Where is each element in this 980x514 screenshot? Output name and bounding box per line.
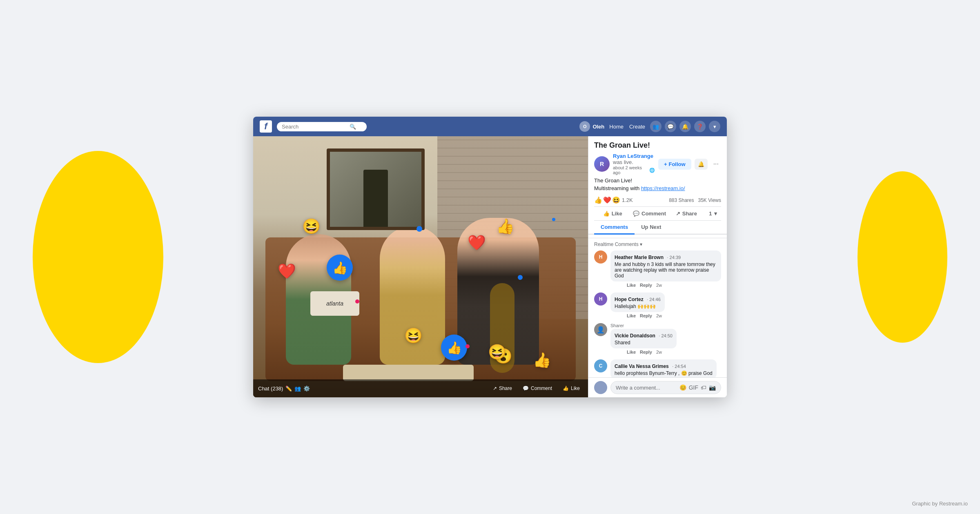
settings-icon: ⚙️ [303, 386, 310, 392]
attachment-icon[interactable]: 📷 [709, 384, 716, 391]
comment-content: Heather Marie Brown · 24:39 Me and hubby… [610, 250, 721, 288]
emoji-icon[interactable]: 😊 [679, 384, 686, 391]
comment-avatar: C [594, 359, 607, 372]
multistream-text: Multistreaming with https://restream.io/ [594, 185, 721, 191]
sharer-label: Sharer [610, 323, 677, 328]
comment-item: H Hope Cortez · 24:46 Hallelujah 🙌🙌🙌 Lik… [594, 292, 721, 318]
shares-views: 883 Shares 35K Views [669, 197, 721, 203]
comment-age: 2w [656, 313, 662, 318]
action-buttons-row: 👍 Like 💬 Comment ↗ Share 1 ▾ [594, 206, 721, 221]
add-people-icon: 👥 [294, 386, 301, 392]
comment-time: · 24:54 [672, 364, 686, 369]
comment-reply-btn[interactable]: Reply [640, 350, 652, 354]
help-icon[interactable]: ❓ [694, 121, 706, 132]
sticker-icon[interactable]: 🏷 [701, 384, 706, 391]
chevron-icon: ▾ [714, 210, 717, 217]
comment-placeholder: Write a comment... [616, 385, 660, 391]
comment-reply-btn[interactable]: Reply [640, 283, 652, 288]
nav-link-create[interactable]: Create [629, 124, 645, 130]
globe-icon: 🌐 [649, 168, 655, 173]
comment-like-btn[interactable]: Like [627, 283, 636, 288]
search-icon: 🔍 [350, 124, 356, 130]
reaction-thumbs-3: 👍 [496, 218, 514, 235]
nav-links: Home Create [609, 124, 645, 130]
notifications-icon[interactable]: 🔔 [679, 121, 691, 132]
comments-section: Realtime Comments ▾ H Heather Marie Brow… [588, 238, 727, 377]
comment-reply-btn[interactable]: Reply [640, 313, 652, 318]
messenger-icon[interactable]: 💬 [665, 121, 676, 132]
chat-icon: ✏️ [285, 386, 292, 392]
pillow: atlanta [310, 291, 359, 316]
comment-actions: Like Reply 2w [610, 283, 721, 288]
nav-icons: 👥 💬 🔔 ❓ ▾ [650, 121, 720, 132]
commenter-avatar [594, 381, 607, 394]
nav-user[interactable]: O Oleh [579, 121, 604, 132]
comment-text: Me and hubby n 3 kids will share tomrrow… [615, 261, 717, 279]
streamer-name: Ryan LeStrange was live. [613, 153, 655, 165]
reaction-heart: ❤️ [278, 263, 296, 280]
restream-link[interactable]: https://restream.io/ [641, 185, 685, 191]
comment-time: · 24:50 [659, 333, 673, 338]
nav-link-home[interactable]: Home [609, 124, 624, 130]
avatar: O [579, 121, 590, 132]
chevron-down-icon[interactable]: ▾ [709, 121, 720, 132]
streamer-avatar: R [594, 156, 610, 172]
search-input[interactable] [282, 124, 347, 130]
more-options-button[interactable]: ··· [711, 159, 721, 169]
comment-like-btn[interactable]: Like [627, 350, 636, 354]
gif-icon[interactable]: GIF [689, 384, 698, 391]
tab-comments[interactable]: Comments [594, 221, 635, 235]
comment-content: Callie Va Nessa Grimes · 24:54 hello pro… [610, 359, 717, 377]
reaction-haha-3: 😆 [488, 343, 506, 361]
facebook-logo: f [260, 120, 272, 133]
dot-blue-2 [518, 275, 523, 280]
reaction-emojis: 👍 ❤️ 😆 [594, 196, 620, 204]
streamer-info: Ryan LeStrange was live. about 2 weeks a… [613, 153, 655, 175]
comment-text: hello prophtess Bynum-Terry , 😊 praise G… [615, 370, 713, 376]
friends-icon[interactable]: 👥 [650, 121, 662, 132]
wall-picture [327, 148, 425, 230]
comment-time: · 24:46 [647, 297, 661, 302]
comment-avatar: H [594, 250, 607, 264]
comment-bubble: Callie Va Nessa Grimes · 24:54 hello pro… [610, 359, 717, 377]
comment-bubble-icon: 💬 [633, 210, 639, 217]
big-like-btn-2[interactable]: 👍 [441, 335, 467, 361]
reaction-heart-2: ❤️ [468, 234, 486, 251]
table [343, 365, 474, 381]
video-like-btn[interactable]: 👍 Like [559, 384, 583, 393]
comment-input-box[interactable]: Write a comment... 😊 GIF 🏷 📷 [610, 381, 721, 394]
realtime-label[interactable]: Realtime Comments ▾ [594, 241, 721, 247]
comment-bubble: Heather Marie Brown · 24:39 Me and hubby… [610, 250, 721, 281]
comment-avatar: 👤 [594, 323, 607, 336]
bg-shape-right [858, 171, 947, 343]
dot-blue-3 [552, 218, 555, 221]
chat-count: Chat (238) ✏️ 👥 ⚙️ [258, 386, 310, 392]
like-action-btn[interactable]: 👍 Like [594, 208, 631, 219]
comment-icon: 💬 [523, 386, 529, 391]
notification-button[interactable]: 🔔 [695, 159, 708, 170]
comment-input-area: Write a comment... 😊 GIF 🏷 📷 [588, 377, 727, 397]
search-bar[interactable]: 🔍 [277, 122, 367, 131]
reaction-summary: 👍 ❤️ 😆 1.2K [594, 196, 633, 204]
comment-item: 👤 Sharer Vickie Donaldson · 24:50 Shared… [594, 323, 721, 354]
browser-window: f 🔍 O Oleh Home Create 👥 💬 🔔 ❓ ▾ [253, 117, 727, 397]
comment-input-icons: 😊 GIF 🏷 📷 [679, 384, 716, 391]
extra-action-btn[interactable]: 1 ▾ [705, 208, 721, 219]
comment-age: 2w [656, 350, 662, 354]
video-share-btn[interactable]: ↗ Share [490, 384, 515, 393]
video-comment-btn[interactable]: 💬 Comment [519, 384, 555, 393]
comment-like-btn[interactable]: Like [627, 313, 636, 318]
comment-text: Shared [615, 340, 673, 346]
main-content: 😆 ❤️ 😆 👍 😮 😆 👍 👍 ❤️ 👍 👍 [253, 136, 727, 397]
dot-red-2 [466, 344, 470, 348]
comment-author: Hope Cortez [615, 297, 644, 302]
comment-action-btn[interactable]: 💬 Comment [631, 208, 668, 219]
big-like-btn-1[interactable]: 👍 [327, 255, 353, 281]
comment-actions: Like Reply 2w [610, 350, 677, 354]
share-arrow-icon: ↗ [676, 210, 680, 217]
tab-upnext[interactable]: Up Next [635, 221, 668, 235]
facebook-navbar: f 🔍 O Oleh Home Create 👥 💬 🔔 ❓ ▾ [253, 117, 727, 136]
share-action-btn[interactable]: ↗ Share [668, 208, 705, 219]
follow-button[interactable]: + Follow [658, 159, 691, 170]
like-icon: 👍 [563, 386, 569, 391]
